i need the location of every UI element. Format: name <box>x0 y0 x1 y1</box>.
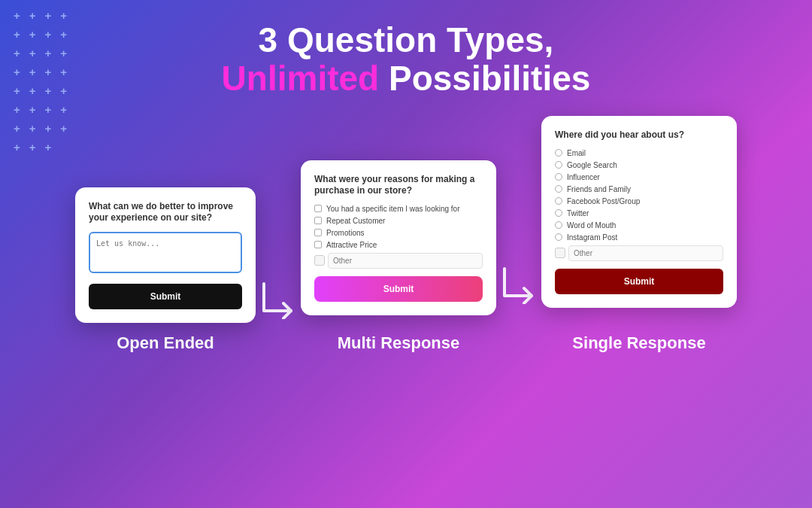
single-option-2: Google Search <box>555 161 723 169</box>
single-option-7-label: Word of Mouth <box>567 221 616 230</box>
multi-option-3: Promotions <box>314 229 483 237</box>
radio-5[interactable] <box>555 197 562 205</box>
checkbox-1[interactable] <box>314 205 322 212</box>
radio-2[interactable] <box>555 161 562 169</box>
cards-container: What can we do better to improve your ex… <box>0 116 812 353</box>
arrow-1 <box>256 278 301 353</box>
single-response-submit[interactable]: Submit <box>555 269 723 294</box>
checkbox-4[interactable] <box>314 241 322 248</box>
single-other-input <box>555 245 723 261</box>
open-ended-label: Open Ended <box>117 333 214 353</box>
multi-other-input <box>314 253 483 269</box>
single-other-radio[interactable] <box>555 248 565 258</box>
single-option-1-label: Email <box>567 149 586 157</box>
single-option-7: Word of Mouth <box>555 221 723 230</box>
single-other-field[interactable] <box>568 245 723 261</box>
radio-8[interactable] <box>555 233 562 241</box>
single-option-3-label: Influencer <box>567 173 600 181</box>
single-response-label: Single Response <box>572 333 705 353</box>
open-ended-card: What can we do better to improve your ex… <box>75 187 256 323</box>
single-option-2-label: Google Search <box>567 161 617 169</box>
radio-4[interactable] <box>555 185 562 193</box>
multi-option-2-label: Repeat Customer <box>326 217 385 225</box>
multi-response-question: What were your reasons for making a purc… <box>314 174 483 197</box>
single-response-card: Where did you hear about us? Email Googl… <box>541 116 737 308</box>
single-option-6: Twitter <box>555 209 723 217</box>
arrow-connector-2 <box>498 263 540 304</box>
multi-other-field[interactable] <box>328 253 483 269</box>
open-ended-question: What can we do better to improve your ex… <box>89 201 242 224</box>
multi-option-1: You had a specific item I was looking fo… <box>314 205 483 213</box>
checkbox-3[interactable] <box>314 229 322 236</box>
single-option-3: Influencer <box>555 173 723 181</box>
multi-option-4-label: Attractive Price <box>326 241 377 249</box>
multi-option-4: Attractive Price <box>314 241 483 249</box>
multi-option-3-label: Promotions <box>326 229 365 237</box>
single-option-5: Facebook Post/Group <box>555 197 723 205</box>
header-possibilities: Possibilities <box>379 59 590 98</box>
multi-response-card: What were your reasons for making a purc… <box>301 160 496 315</box>
checkbox-2[interactable] <box>314 217 322 224</box>
arrow-connector-1 <box>258 278 299 319</box>
multi-option-2: Repeat Customer <box>314 217 483 225</box>
multi-option-1-label: You had a specific item I was looking fo… <box>326 205 460 213</box>
header-title-line2: Unlimited Possibilities <box>0 59 812 98</box>
single-option-8-label: Instagram Post <box>567 233 617 242</box>
single-option-8: Instagram Post <box>555 233 723 242</box>
multi-response-column: What were your reasons for making a purc… <box>301 160 496 353</box>
radio-6[interactable] <box>555 209 562 217</box>
open-ended-textarea[interactable] <box>89 232 242 273</box>
multi-response-submit[interactable]: Submit <box>314 276 483 302</box>
header-section: 3 Question Types, Unlimited Possibilitie… <box>0 0 812 112</box>
radio-7[interactable] <box>555 221 562 229</box>
multi-response-label: Multi Response <box>338 333 460 353</box>
radio-1[interactable] <box>555 149 562 157</box>
single-option-1: Email <box>555 149 723 157</box>
other-checkbox[interactable] <box>314 255 325 266</box>
open-ended-column: What can we do better to improve your ex… <box>75 187 256 353</box>
single-option-4: Friends and Family <box>555 185 723 193</box>
arrow-2 <box>496 263 541 353</box>
open-ended-submit[interactable]: Submit <box>89 284 242 309</box>
radio-3[interactable] <box>555 173 562 181</box>
single-response-question: Where did you hear about us? <box>555 129 723 141</box>
single-option-4-label: Friends and Family <box>567 185 631 193</box>
header-unlimited: Unlimited <box>222 59 380 98</box>
single-option-5-label: Facebook Post/Group <box>567 197 640 205</box>
single-option-6-label: Twitter <box>567 209 589 217</box>
header-title-line1: 3 Question Types, <box>0 21 812 59</box>
single-response-column: Where did you hear about us? Email Googl… <box>541 116 737 353</box>
dot-grid-decoration: ++++ ++++ ++++ ++++ ++++ ++++ ++++ +++ <box>14 9 67 160</box>
